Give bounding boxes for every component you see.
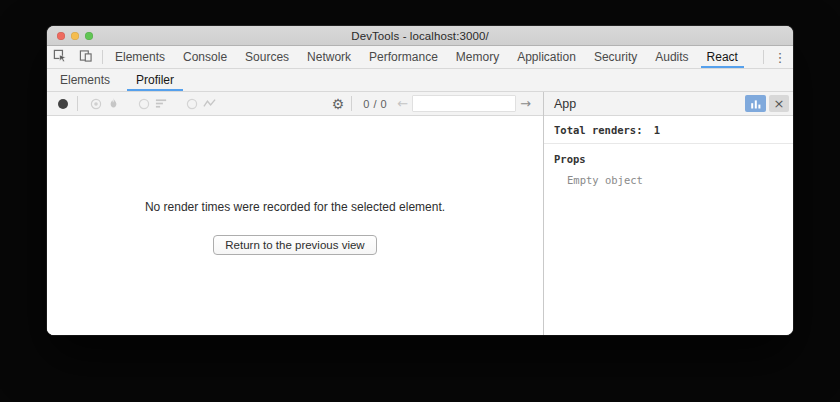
interactions-icon [203, 97, 216, 110]
bar-chart-icon [750, 98, 762, 110]
overflow-menu-icon: ⋮ [774, 50, 787, 65]
tab-audits[interactable]: Audits [646, 46, 697, 68]
minimize-window-button[interactable] [71, 32, 79, 40]
details-content: Total renders: 1 Props Empty object [544, 116, 793, 195]
empty-state-message: No render times were recorded for the se… [47, 200, 543, 214]
render-chart-toggle-button[interactable] [745, 95, 766, 112]
tab-memory[interactable]: Memory [447, 46, 508, 68]
search-results-counter: 0 / 0 [363, 98, 387, 110]
total-renders-value: 1 [654, 124, 660, 136]
tab-performance[interactable]: Performance [360, 46, 447, 68]
react-subtab-bar: Elements Profiler [47, 69, 793, 92]
previous-result-arrow-icon[interactable]: ← [397, 97, 408, 110]
tab-label: Elements [115, 50, 165, 64]
props-heading: Props [554, 153, 783, 165]
zoom-window-button[interactable] [85, 32, 93, 40]
ranked-chart-icon [155, 97, 168, 110]
close-icon: × [774, 97, 785, 110]
subtab-profiler[interactable]: Profiler [123, 69, 187, 91]
subtab-label: Elements [60, 73, 110, 87]
tab-react[interactable]: React [698, 46, 747, 68]
devtools-tab-bar: Elements Console Sources Network Perform… [47, 46, 793, 69]
toolbar-divider [77, 96, 78, 111]
tab-application[interactable]: Application [508, 46, 585, 68]
next-result-arrow-icon[interactable]: → [520, 97, 531, 110]
subtab-label: Profiler [136, 73, 174, 87]
traffic-lights [57, 26, 93, 45]
details-pane: App × Total renders: [543, 92, 793, 335]
close-details-button[interactable]: × [769, 95, 789, 112]
tab-label: Console [183, 50, 227, 64]
desktop-background: DevTools - localhost:3000/ [0, 0, 840, 402]
flamegraph-icon [107, 97, 120, 110]
device-toolbar-icon [79, 49, 93, 66]
profiler-toolbar: ⚙ 0 / 0 ← → [47, 92, 543, 116]
title-bar[interactable]: DevTools - localhost:3000/ [47, 26, 793, 46]
radio-unselected-icon [186, 98, 198, 110]
radio-unselected-icon [138, 98, 150, 110]
tab-label: Sources [245, 50, 289, 64]
toolbar-divider [763, 50, 764, 64]
tab-label: React [707, 50, 738, 64]
return-previous-view-button[interactable]: Return to the previous view [213, 235, 376, 255]
tab-label: Application [517, 50, 576, 64]
tab-security[interactable]: Security [585, 46, 646, 68]
tab-label: Audits [655, 50, 688, 64]
profiler-pane: ⚙ 0 / 0 ← → No render times were recorde… [47, 92, 543, 335]
inspect-element-button[interactable] [47, 46, 73, 68]
toolbar-divider [102, 50, 103, 64]
window-title: DevTools - localhost:3000/ [351, 30, 488, 42]
profiler-empty-state: No render times were recorded for the se… [47, 116, 543, 335]
tab-network[interactable]: Network [298, 46, 360, 68]
tab-label: Performance [369, 50, 438, 64]
panel-body: ⚙ 0 / 0 ← → No render times were recorde… [47, 92, 793, 335]
view-option-interactions[interactable] [186, 97, 216, 110]
props-section: Props Empty object [544, 144, 793, 195]
toolbar-divider [351, 96, 352, 111]
settings-gear-icon[interactable]: ⚙ [332, 97, 345, 111]
radio-selected-icon [90, 98, 102, 110]
tab-elements[interactable]: Elements [106, 46, 174, 68]
toggle-device-toolbar-button[interactable] [73, 46, 99, 68]
subtab-elements[interactable]: Elements [47, 69, 123, 91]
view-option-flamegraph[interactable] [90, 97, 120, 110]
props-value[interactable]: Empty object [554, 165, 783, 186]
total-renders-label: Total renders: [554, 124, 643, 136]
devtools-window: DevTools - localhost:3000/ [47, 26, 793, 335]
details-header: App × [544, 92, 793, 116]
tab-label: Network [307, 50, 351, 64]
close-window-button[interactable] [57, 32, 65, 40]
tab-console[interactable]: Console [174, 46, 236, 68]
view-option-ranked[interactable] [138, 97, 168, 110]
tab-label: Security [594, 50, 637, 64]
selected-component-name: App [554, 97, 576, 111]
total-renders-row: Total renders: 1 [544, 116, 793, 144]
profiler-search-input[interactable] [412, 95, 516, 112]
tab-sources[interactable]: Sources [236, 46, 298, 68]
tab-label: Memory [456, 50, 499, 64]
inspect-cursor-icon [53, 49, 67, 66]
devtools-menu-button[interactable]: ⋮ [767, 46, 793, 68]
record-button[interactable] [58, 99, 68, 109]
